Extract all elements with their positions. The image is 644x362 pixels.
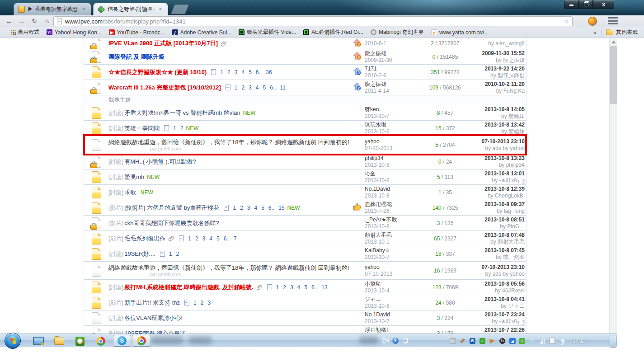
scrollbar-up-arrow[interactable] xyxy=(611,41,616,43)
topic-author-link[interactable]: 尐全 xyxy=(365,170,423,177)
topic-title-link[interactable]: 毛毛系列復出作 xyxy=(124,235,165,243)
page-number-link[interactable]: 5 xyxy=(261,205,264,211)
clipboard-icon[interactable] xyxy=(548,337,556,344)
page-number-link[interactable]: 5 xyxy=(249,69,252,75)
topic-author-link[interactable]: 龍之振雄 xyxy=(365,81,423,88)
topic-author-link[interactable]: ジャニ xyxy=(365,296,423,303)
page-number-link[interactable]: 15 xyxy=(278,205,284,211)
last-post-author-link[interactable]: by 驚啥妹 xyxy=(468,113,525,120)
bookmark-item[interactable]: Mabinogi 奇幻世界 xyxy=(371,28,424,36)
topic-title-link[interactable]: 19SER南哥 細心竟是罪 xyxy=(124,329,186,334)
page-number-link[interactable]: 1 xyxy=(233,205,236,211)
close-button[interactable]: x xyxy=(593,0,614,9)
page-number-link[interactable]: 3 xyxy=(207,300,211,306)
page-number-link[interactable]: 13 xyxy=(321,284,327,291)
topic-author-link[interactable]: yahoo xyxy=(365,264,423,271)
page-number-link[interactable]: 2 xyxy=(283,284,286,291)
topic-author-link[interactable]: 顏射大毛毛 xyxy=(365,232,423,239)
page-number-link[interactable]: 1 xyxy=(169,251,172,257)
topic-title-link[interactable]: 驚見mh xyxy=(124,173,144,181)
topic-title-link[interactable]: ckh哥哥我想問下你呢幾隻歌名係咩? xyxy=(124,219,219,227)
last-post-author-link[interactable]: by ads by yahoo xyxy=(468,145,525,152)
topic-author-link[interactable]: ._PeAr★不敗 xyxy=(365,216,423,223)
bookmark-item[interactable]: 镜头光晕插件 Vide... xyxy=(239,28,296,36)
page-number-link[interactable]: 6.. xyxy=(311,284,317,291)
bookmark-item[interactable]: ▶YouTube - Broadc... xyxy=(109,29,165,36)
last-post-author-link[interactable]: by lag_fung xyxy=(468,208,525,215)
last-post-date-link[interactable]: 07-10-2013 23:10 xyxy=(468,138,525,145)
topic-title-link[interactable]: [技術片] 六個月的哀號 by血葬卍櫻花 xyxy=(124,204,219,212)
page-number-link[interactable]: 5 xyxy=(263,85,266,91)
page-number-link[interactable]: 4 xyxy=(256,85,259,91)
language-indicator[interactable]: ZH xyxy=(382,338,389,344)
topic-title-link[interactable]: 各位VLAN玩家請小心! xyxy=(124,314,183,322)
last-post-date-link[interactable]: 2013-10-8 08:51 xyxy=(468,216,525,223)
page-number-link[interactable]: 3 xyxy=(202,235,206,242)
page-number-link[interactable]: 3 xyxy=(249,85,252,91)
bookmark-item[interactable]: ywww.yatta.com.tw/... xyxy=(431,29,489,36)
usb-device-icon[interactable] xyxy=(449,337,456,344)
address-bar[interactable]: www.ipve.com /bbs/forumdisplay.php?fid=1… xyxy=(53,16,573,26)
topic-title-link[interactable]: Warcraft III 1.26a 完整更新包 [19/10/2012] xyxy=(108,84,221,92)
topic-author-link[interactable]: No.1David xyxy=(365,186,423,193)
topic-title-link[interactable]: 求歌. xyxy=(124,188,138,197)
chrome-menu-button[interactable] xyxy=(608,17,618,24)
topic-author-link[interactable]: yahoo xyxy=(365,138,423,145)
taskbar-clock[interactable]: 23:11 xyxy=(572,338,585,344)
last-post-author-link[interactable]: by 顏射大毛毛 xyxy=(468,239,525,245)
page-number-link[interactable]: 2 xyxy=(195,235,198,242)
topic-title-link[interactable]: 矛盾大對決!mh界一哥 vs 聲稱杜絕mh 的vlan xyxy=(124,109,240,117)
forward-button[interactable]: → xyxy=(16,16,27,26)
last-post-date-link[interactable]: 2013-10-8 05:56 xyxy=(468,281,525,287)
last-post-author-link[interactable]: by ChengLokB. xyxy=(468,193,525,199)
tab2-close-icon[interactable]: × xyxy=(157,6,164,13)
last-post-date-link[interactable]: 07-10-2013 23:10 xyxy=(468,264,525,271)
last-post-author-link[interactable]: by ジャニ xyxy=(468,303,525,310)
page-number-link[interactable]: 2 xyxy=(241,85,244,91)
taskbar-display-app-icon[interactable] xyxy=(33,335,44,347)
page-number-link[interactable]: 2 xyxy=(180,125,183,132)
last-post-date-link[interactable]: 2013-10-8 14:05 xyxy=(468,106,525,113)
pen-device-icon[interactable] xyxy=(459,337,466,344)
page-number-link[interactable]: 6.. xyxy=(224,235,230,242)
scrollbar[interactable] xyxy=(609,38,617,334)
page-number-link[interactable]: 11 xyxy=(280,85,286,91)
topic-author-link[interactable]: 小飛豬 xyxy=(365,281,423,287)
action-center-flag-icon[interactable]: ⚐ xyxy=(528,337,536,344)
reload-button[interactable]: ↻ xyxy=(29,16,40,26)
page-number-link[interactable]: 7 xyxy=(234,235,237,242)
topic-author-link[interactable]: No.1David xyxy=(365,311,423,318)
last-post-date-link[interactable]: 2013-9-22 14:20 xyxy=(468,66,525,72)
page-number-link[interactable]: 4 xyxy=(209,235,212,242)
page-number-link[interactable]: 6.. xyxy=(256,69,262,75)
last-post-date-link[interactable]: 2013-10-8 13:42 xyxy=(468,122,525,128)
taskbar-skype-button[interactable]: S xyxy=(113,335,131,347)
topic-title-link[interactable]: IPVE VLan 2900 正式版 [2013年10月7日] xyxy=(108,39,218,47)
last-post-date-link[interactable]: 2013-10-8 07:48 xyxy=(468,232,525,239)
last-post-date-link[interactable]: 2013-10-7 22:26 xyxy=(468,327,525,334)
last-post-date-link[interactable]: 2013-10-8 13:23 xyxy=(468,155,525,162)
page-number-link[interactable]: 3 xyxy=(235,69,238,75)
topic-title-link[interactable]: 網絡遊戲故地重遊，舊回憶《新仙劍》，我等了18年，那你呢？ 網絡遊戲新仙劍 回到… xyxy=(108,264,349,272)
page-number-link[interactable]: 4 xyxy=(241,69,244,75)
topic-title-link[interactable]: 英雄一事問問 xyxy=(124,124,160,132)
page-number-link[interactable]: 4 xyxy=(254,205,257,211)
back-button[interactable]: ← xyxy=(4,16,14,26)
last-post-author-link[interactable]: by 46#Rossi xyxy=(468,287,525,294)
last-post-date-link[interactable]: 2013-10-8 13:01 xyxy=(468,170,525,177)
language-bar-restore-icon[interactable] xyxy=(401,337,409,344)
page-number-link[interactable]: 2 xyxy=(176,251,179,257)
last-post-date-link[interactable]: 2013-10-7 23:24 xyxy=(468,311,525,318)
page-number-link[interactable]: 1 xyxy=(173,125,176,132)
taskbar-mediaplayer-icon[interactable] xyxy=(74,335,86,347)
topic-title-link[interactable]: 新手出片!! 求支持 thz xyxy=(124,299,180,307)
taskbar-chrome-icon[interactable] xyxy=(95,335,107,347)
tab-nobunaga-forum[interactable]: 信長之野望-討論區 - 信長 × xyxy=(93,3,168,15)
topic-author-link[interactable]: 呀ken. xyxy=(365,106,423,113)
topic-author-link[interactable]: 浮月初稀‖ xyxy=(365,327,423,334)
topic-title-link[interactable]: 團隊登記 及 團隊升級 xyxy=(108,53,165,61)
page-number-link[interactable]: 2 xyxy=(227,69,230,75)
sync-icon[interactable]: ↻ xyxy=(498,337,506,344)
home-button[interactable]: ⌂ xyxy=(42,16,52,26)
page-number-link[interactable]: 3 xyxy=(290,284,293,291)
